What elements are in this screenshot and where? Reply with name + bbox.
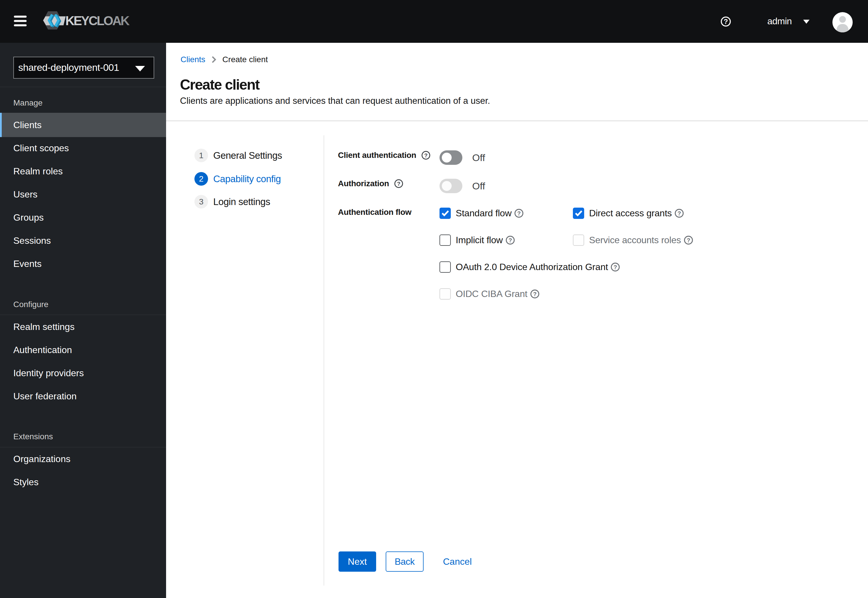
svg-text:?: ? — [533, 291, 536, 297]
svg-text:?: ? — [724, 18, 728, 25]
svg-text:?: ? — [687, 237, 690, 244]
svg-text:?: ? — [614, 264, 617, 271]
svg-text:?: ? — [508, 237, 512, 244]
svg-text:?: ? — [397, 181, 400, 187]
svg-text:?: ? — [424, 152, 427, 158]
svg-text:?: ? — [677, 210, 681, 217]
svg-text:?: ? — [517, 210, 521, 217]
svg-text:KEYCLOAK: KEYCLOAK — [65, 13, 130, 28]
